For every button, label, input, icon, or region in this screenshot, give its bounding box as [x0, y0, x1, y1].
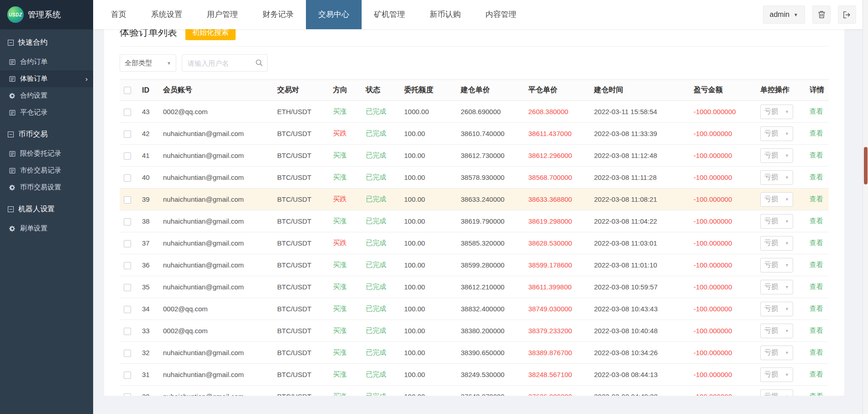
control-select[interactable]: 亏损▼ — [760, 214, 793, 229]
main-content: 体验订单列表 初始化搜索 全部类型 ▼ — [93, 0, 868, 385]
type-select[interactable]: 全部类型 ▼ — [120, 54, 176, 72]
username-input[interactable] — [182, 54, 268, 72]
row-checkbox[interactable] — [124, 350, 131, 357]
top-nav-item[interactable]: 系统设置 — [139, 0, 195, 29]
top-nav-item[interactable]: 交易中心 — [306, 0, 362, 29]
control-select[interactable]: 亏损▼ — [760, 324, 793, 338]
cell-open-price: 38633.240000 — [457, 189, 524, 210]
scrollbar-thumb[interactable] — [864, 147, 868, 184]
row-checkbox[interactable] — [124, 131, 131, 138]
view-link[interactable]: 查看 — [810, 217, 823, 225]
search-icon[interactable] — [255, 59, 263, 67]
cell-pnl: -100.000000 — [689, 276, 756, 298]
control-select[interactable]: 亏损▼ — [760, 105, 793, 119]
row-checkbox[interactable] — [124, 152, 131, 160]
control-select[interactable]: 亏损▼ — [760, 302, 793, 316]
logout-button[interactable] — [838, 5, 856, 24]
sidebar-item[interactable]: 市价交易记录 — [0, 162, 93, 179]
row-checkbox[interactable] — [124, 306, 131, 313]
checkbox-cell — [120, 364, 138, 386]
control-select[interactable]: 亏损▼ — [760, 280, 793, 294]
view-link[interactable]: 查看 — [810, 195, 823, 203]
vertical-scrollbar[interactable] — [863, 0, 868, 414]
cell-direction: 买涨 — [329, 210, 362, 232]
top-nav-item[interactable]: 用户管理 — [195, 0, 250, 29]
cell-pnl: -100.000000 — [689, 167, 756, 189]
cell-pnl: -100.000000 — [689, 123, 756, 145]
view-link[interactable]: 查看 — [810, 107, 823, 115]
cell-id: 32 — [138, 342, 159, 364]
row-checkbox[interactable] — [124, 174, 131, 182]
chevron-right-icon: › — [85, 75, 88, 83]
top-nav-item[interactable]: 新币认购 — [417, 0, 473, 29]
row-checkbox[interactable] — [124, 328, 131, 335]
cell-id: 31 — [138, 364, 159, 386]
sidebar-item[interactable]: 合约订单 — [0, 53, 93, 70]
control-select[interactable]: 亏损▼ — [760, 236, 793, 251]
control-select[interactable]: 亏损▼ — [760, 389, 793, 396]
view-link[interactable]: 查看 — [810, 304, 823, 312]
chevron-down-icon: ▼ — [785, 307, 789, 311]
cell-open-time: 2022-03-08 11:33:39 — [590, 123, 689, 145]
cell-detail: 查看 — [805, 320, 829, 342]
cell-close-price: 38248.567100 — [524, 364, 590, 386]
row-checkbox[interactable] — [124, 372, 131, 379]
cell-open-price: 38612.210000 — [457, 276, 524, 298]
row-checkbox[interactable] — [124, 284, 131, 291]
control-select[interactable]: 亏损▼ — [760, 192, 793, 207]
view-link[interactable]: 查看 — [810, 239, 823, 246]
view-link[interactable]: 查看 — [810, 392, 823, 396]
row-checkbox[interactable] — [124, 218, 131, 225]
cell-status: 已完成 — [362, 145, 400, 167]
top-nav-item[interactable]: 内容管理 — [473, 0, 529, 29]
view-link[interactable]: 查看 — [810, 129, 823, 137]
control-select[interactable]: 亏损▼ — [760, 367, 793, 382]
top-nav-item[interactable]: 财务记录 — [250, 0, 306, 29]
sidebar-item[interactable]: 币币交易设置 — [0, 179, 93, 196]
view-link[interactable]: 查看 — [810, 283, 823, 290]
control-select[interactable]: 亏损▼ — [760, 258, 793, 273]
view-link[interactable]: 查看 — [810, 173, 823, 181]
control-select[interactable]: 亏损▼ — [760, 170, 793, 185]
sidebar-item[interactable]: 限价委托记录 — [0, 145, 93, 162]
top-nav-item[interactable]: 首页 — [99, 0, 139, 29]
sidebar-section-title[interactable]: 机器人设置 — [0, 199, 93, 220]
control-select[interactable]: 亏损▼ — [760, 148, 793, 163]
cell-direction: 买涨 — [329, 254, 362, 276]
row-checkbox[interactable] — [124, 393, 131, 396]
row-checkbox[interactable] — [124, 262, 131, 269]
view-link[interactable]: 查看 — [810, 261, 823, 268]
sidebar-section-title[interactable]: 币币交易 — [0, 124, 93, 145]
row-checkbox[interactable] — [124, 109, 131, 116]
cell-amount: 100.00 — [400, 276, 457, 298]
control-select[interactable]: 亏损▼ — [760, 346, 793, 360]
sidebar-item[interactable]: 合约设置 — [0, 87, 93, 104]
document-icon — [9, 110, 16, 116]
top-nav-item[interactable]: 矿机管理 — [362, 0, 417, 29]
row-checkbox[interactable] — [124, 240, 131, 247]
view-link[interactable]: 查看 — [810, 151, 823, 159]
sidebar-section-title[interactable]: 快速合约 — [0, 32, 93, 53]
view-link[interactable]: 查看 — [810, 370, 823, 378]
view-link[interactable]: 查看 — [810, 326, 823, 334]
sidebar-item[interactable]: 平仓记录 — [0, 104, 93, 121]
cell-status: 已完成 — [362, 123, 400, 145]
cell-control: 亏损▼ — [756, 276, 805, 298]
sidebar-item[interactable]: 刷单设置 — [0, 220, 93, 237]
cell-pair: BTC/USDT — [273, 145, 329, 167]
table-row: 38 nuhaichuntian@gmail.com BTC/USDT 买涨 已… — [120, 210, 829, 232]
cell-open-price: 2608.690000 — [457, 101, 524, 123]
sidebar-item-label: 合约设置 — [20, 91, 47, 100]
cell-pnl: -1000.000000 — [689, 101, 756, 123]
chevron-down-icon: ▼ — [785, 131, 789, 136]
cell-amount: 100.00 — [400, 320, 457, 342]
view-link[interactable]: 查看 — [810, 348, 823, 356]
trash-button[interactable] — [812, 5, 831, 24]
chevron-down-icon: ▼ — [785, 329, 789, 333]
cell-account: 0002@qq.com — [159, 298, 273, 320]
admin-dropdown[interactable]: admin ▼ — [763, 5, 805, 24]
select-all-checkbox[interactable] — [124, 87, 131, 94]
control-select[interactable]: 亏损▼ — [760, 126, 793, 141]
sidebar-item[interactable]: 体验订单 › — [0, 70, 93, 87]
row-checkbox[interactable] — [124, 196, 131, 204]
